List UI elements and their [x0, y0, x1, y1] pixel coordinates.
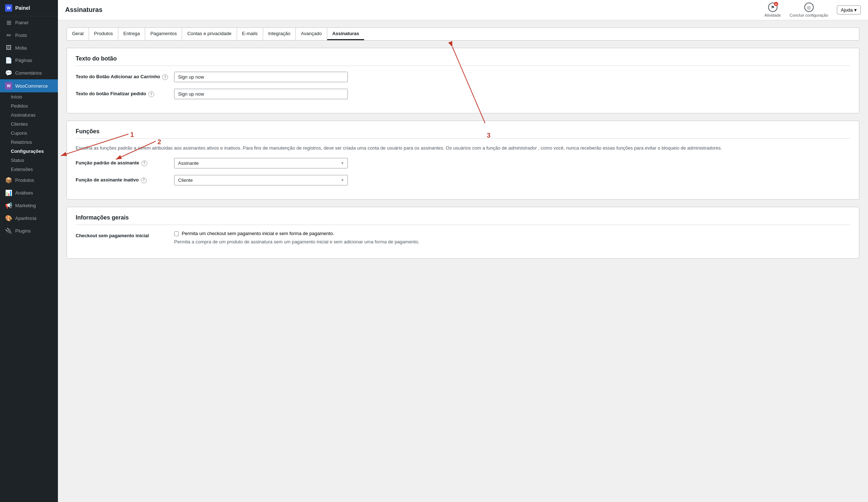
sidebar-item-comentarios[interactable]: 💬 Comentários [0, 67, 58, 79]
funcao-inativo-select[interactable]: Cliente Assinante Editor [174, 175, 348, 185]
sidebar-subitem-pedidos[interactable]: Pedidos [0, 101, 58, 110]
checkout-sem-pagamento-label: Checkout sem pagamento inicial [76, 231, 170, 238]
box-icon: 📦 [5, 177, 12, 184]
subitem-label-pedidos: Pedidos [11, 103, 28, 109]
topbar-actions: ⚑ ● Atividade ◎ Concluir configuração Aj… [764, 3, 861, 17]
sidebar-label-produtos: Produtos [15, 177, 34, 183]
funcao-assinante-wrapper: Assinante Cliente Editor [174, 158, 348, 168]
image-icon: 🖼 [5, 45, 12, 51]
checkout-label: Texto do botão Finalizar pedido ? [76, 89, 170, 97]
sidebar-item-paginas[interactable]: 📄 Páginas [0, 54, 58, 67]
sidebar-subitem-inicio[interactable]: Início [0, 92, 58, 101]
topbar: Assinaturas ⚑ ● Atividade ◎ Concluir con… [58, 0, 868, 20]
form-row-funcao-assinante: Função padrão de assinante ? Assinante C… [76, 158, 850, 168]
page-icon: 📄 [5, 57, 12, 64]
sidebar-label-woocommerce: WooCommerce [15, 83, 48, 89]
section-funcoes-title: Funções [76, 128, 850, 139]
sidebar-subitem-relatorios[interactable]: Relatórios [0, 138, 58, 147]
sidebar-label-midia: Mídia [15, 45, 27, 51]
sidebar-label-plugins: Plugins [15, 228, 31, 234]
woo-icon: W [5, 82, 12, 89]
form-row-funcao-inativo: Função de assinante inativo ? Cliente As… [76, 175, 850, 185]
add-cart-help-icon[interactable]: ? [162, 74, 168, 80]
funcao-assinante-select[interactable]: Assinante Cliente Editor [174, 158, 348, 168]
sidebar-label-marketing: Marketing [15, 203, 36, 208]
content-area: Geral Produtos Entrega Pagamentos Contas… [58, 20, 868, 502]
tab-entrega[interactable]: Entrega [118, 28, 146, 40]
main-area: Assinaturas ⚑ ● Atividade ◎ Concluir con… [58, 0, 868, 502]
subitem-label-cupons: Cupons [11, 130, 27, 136]
sidebar-item-woocommerce[interactable]: W WooCommerce [0, 79, 58, 92]
tab-pagamentos[interactable]: Pagamentos [145, 28, 182, 40]
ajuda-chevron-icon: ▾ [854, 7, 857, 13]
sidebar-label-paginas: Páginas [15, 58, 32, 63]
sidebar-item-painel[interactable]: ⊞ Painel [0, 16, 58, 29]
tab-geral[interactable]: Geral [67, 28, 89, 40]
tab-produtos[interactable]: Produtos [89, 28, 118, 40]
add-cart-input[interactable] [174, 72, 348, 82]
sidebar-item-midia[interactable]: 🖼 Mídia [0, 42, 58, 54]
sidebar-subitem-clientes[interactable]: Clientes [0, 120, 58, 129]
funcoes-description: Escolha as funções padrão a serem atribu… [76, 145, 850, 152]
subitem-label-inicio: Início [11, 94, 22, 100]
tab-avancado[interactable]: Avançado [296, 28, 327, 40]
section-informacoes: Informações gerais Checkout sem pagament… [67, 207, 859, 259]
subitem-label-clientes: Clientes [11, 121, 28, 127]
plug-icon: 🔌 [5, 227, 12, 234]
section-botao-title: Texto do botão [76, 55, 850, 66]
section-botao: Texto do botão Texto do Botão Adicionar … [67, 48, 859, 113]
paint-icon: 🎨 [5, 215, 12, 222]
sidebar-logo-label: Painel [15, 5, 30, 11]
sidebar-subitem-cupons[interactable]: Cupons [0, 129, 58, 138]
sidebar-subitem-assinaturas[interactable]: Assinaturas [0, 110, 58, 120]
funcao-inativo-wrapper: Cliente Assinante Editor [174, 175, 348, 185]
checkout-description: Permita a compra de um produto de assina… [174, 239, 420, 244]
form-row-checkout-sem-pagamento: Checkout sem pagamento inicial Permita u… [76, 231, 850, 244]
sidebar-subitem-extensoes[interactable]: Extensões [0, 165, 58, 174]
subitem-label-extensoes: Extensões [11, 167, 33, 172]
funcao-inativo-help-icon[interactable]: ? [141, 177, 147, 183]
topbar-action-atividade[interactable]: ⚑ ● Atividade [764, 3, 781, 17]
concluir-icon: ◎ [804, 3, 814, 12]
sidebar-subitem-status[interactable]: Status [0, 156, 58, 165]
tab-contas[interactable]: Contas e privacidade [182, 28, 237, 40]
sidebar-item-aparencia[interactable]: 🎨 Aparência [0, 212, 58, 225]
tab-integracao[interactable]: Integração [263, 28, 296, 40]
section-funcoes: Funções Escolha as funções padrão a sere… [67, 121, 859, 200]
subitem-label-configuracoes: Configurações [11, 148, 44, 154]
atividade-badge: ● [774, 2, 778, 6]
edit-icon: ✏ [5, 32, 12, 39]
topbar-action-concluir[interactable]: ◎ Concluir configuração [789, 3, 828, 17]
checkout-checkbox-label[interactable]: Permita um checkout sem pagamento inicia… [182, 231, 334, 236]
wp-icon: W [5, 4, 12, 12]
sidebar-item-produtos[interactable]: 📦 Produtos [0, 174, 58, 187]
tab-emails[interactable]: E-mails [237, 28, 263, 40]
subitem-label-status: Status [11, 158, 24, 163]
tab-assinaturas[interactable]: Assinaturas [327, 28, 364, 40]
form-row-checkout: Texto do botão Finalizar pedido ? [76, 89, 850, 99]
sidebar-item-marketing[interactable]: 📢 Marketing [0, 199, 58, 212]
sidebar-label-analises: Análises [15, 190, 33, 196]
sidebar-item-analises[interactable]: 📊 Análises [0, 187, 58, 199]
funcao-inativo-label: Função de assinante inativo ? [76, 175, 170, 183]
subitem-label-relatorios: Relatórios [11, 139, 32, 145]
form-row-add-cart: Texto do Botão Adicionar ao Carrinho ? [76, 72, 850, 82]
ajuda-label: Ajuda [841, 7, 853, 13]
sidebar-subitem-configuracoes[interactable]: Configurações [0, 147, 58, 156]
checkout-checkbox-row: Permita um checkout sem pagamento inicia… [174, 231, 420, 236]
checkout-help-icon[interactable]: ? [148, 91, 154, 97]
megaphone-icon: 📢 [5, 202, 12, 209]
sidebar-item-plugins[interactable]: 🔌 Plugins [0, 225, 58, 237]
ajuda-button[interactable]: Ajuda ▾ [837, 5, 861, 14]
sidebar-label-painel: Painel [15, 20, 28, 25]
subitem-label-assinaturas: Assinaturas [11, 112, 35, 118]
checkout-input[interactable] [174, 89, 348, 99]
checkout-sem-pagamento-checkbox[interactable] [174, 231, 179, 236]
checkout-sem-pagamento-content: Permita um checkout sem pagamento inicia… [174, 231, 420, 244]
concluir-label: Concluir configuração [789, 13, 828, 17]
funcao-assinante-help-icon[interactable]: ? [142, 160, 147, 166]
sidebar-item-posts[interactable]: ✏ Posts [0, 29, 58, 42]
sidebar-label-aparencia: Aparência [15, 216, 37, 221]
comment-icon: 💬 [5, 70, 12, 76]
sidebar-logo[interactable]: W Painel [0, 0, 58, 16]
